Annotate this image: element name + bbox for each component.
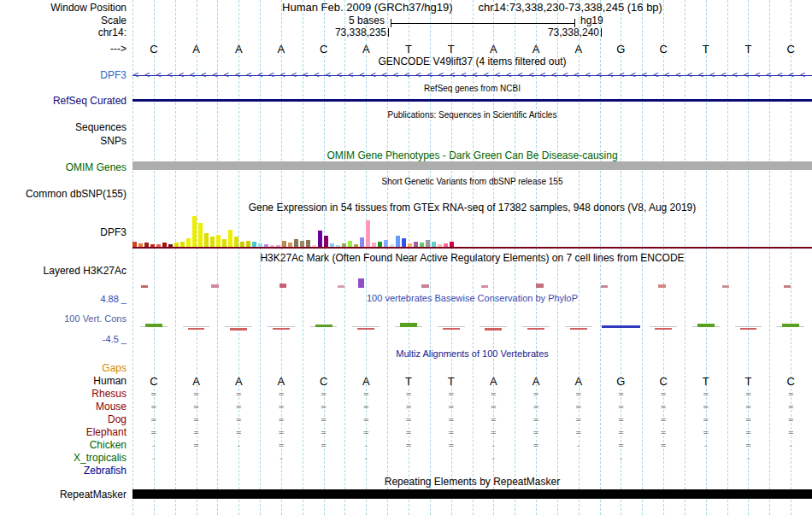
gtex-bar: [198, 223, 203, 247]
h3k27ac-signal[interactable]: [132, 274, 812, 288]
alignment-mark: [303, 452, 345, 465]
gtex-bar: [138, 243, 143, 247]
alignment-mark: =: [642, 401, 685, 413]
multiz-row-gaps[interactable]: [132, 362, 812, 375]
refseq-gene-bar[interactable]: [132, 99, 812, 102]
h3k27ac-label[interactable]: Layered H3K27Ac: [0, 265, 127, 277]
repeatmasker-bar[interactable]: [132, 489, 812, 499]
alignment-mark: =: [642, 439, 685, 452]
refseq-track-title: RefSeq genes from NCBI: [132, 83, 812, 94]
alignment-mark: =: [175, 439, 218, 452]
sequence-base: A: [175, 43, 218, 56]
alignment-base: A: [175, 375, 218, 388]
omim-gene-bar[interactable]: [132, 161, 812, 170]
multiz-row-chicken[interactable]: -=-==-==-=-==-=-: [132, 439, 812, 452]
gtex-gene-label[interactable]: DPF3: [0, 226, 127, 238]
publications-snps-label[interactable]: SNPs: [0, 135, 127, 147]
gtex-bar: [300, 241, 304, 247]
alignment-mark: -: [727, 452, 770, 465]
multiz-species-chicken[interactable]: Chicken: [0, 439, 127, 452]
alignment-mark: [727, 362, 770, 375]
publications-sequences-label[interactable]: Sequences: [0, 121, 127, 133]
gencode-gene-label[interactable]: DPF3: [0, 69, 127, 81]
alignment-mark: =: [515, 401, 557, 413]
alignment-mark: =: [430, 401, 473, 413]
alignment-mark: [557, 362, 600, 375]
multiz-row-elephant[interactable]: ================: [132, 426, 812, 439]
refseq-label[interactable]: RefSeq Curated: [0, 95, 127, 107]
conservation-wiggle[interactable]: [132, 316, 812, 338]
alignment-mark: -: [260, 452, 303, 465]
alignment-mark: [217, 362, 260, 375]
gtex-expression-chart[interactable]: [132, 214, 812, 247]
conservation-mark: [357, 328, 374, 330]
multiz-row-rhesus[interactable]: ================: [132, 388, 812, 401]
alignment-mark: =: [132, 401, 175, 413]
multiz-row-mouse[interactable]: ================: [132, 401, 812, 413]
alignment-base: A: [217, 375, 260, 388]
alignment-mark: =: [727, 401, 770, 413]
alignment-mark: =: [217, 388, 260, 401]
alignment-mark: =: [344, 401, 387, 413]
position-title: chr14:73,338,230-73,338,245 (16 bp): [479, 2, 662, 13]
multiz-row-dog[interactable]: ================: [132, 413, 812, 426]
alignment-mark: -: [217, 439, 260, 452]
alignment-mark: [727, 465, 770, 477]
alignment-mark: [769, 362, 812, 375]
scale-value: 5 bases: [282, 15, 385, 26]
alignment-base: C: [132, 375, 175, 388]
conservation-cell: [473, 316, 515, 338]
alignment-mark: =: [473, 401, 515, 413]
alignment-mark: =: [303, 401, 345, 413]
alignment-mark: [769, 452, 812, 465]
conservation-cell: [132, 316, 175, 338]
conservation-mark: [315, 325, 332, 327]
conservation-cell: [430, 316, 473, 338]
sequence-base: A: [515, 43, 557, 56]
multiz-species-zebrafish[interactable]: Zebrafish: [0, 465, 127, 477]
alignment-mark: =: [303, 439, 345, 452]
alignment-mark: =: [727, 388, 770, 401]
alignment-mark: =: [685, 388, 727, 401]
window-title: Human Feb. 2009 (GRCh37/hg19) chr14:73,3…: [132, 2, 812, 13]
multiz-species-human[interactable]: Human: [0, 375, 127, 388]
alignment-mark: =: [685, 426, 727, 439]
alignment-mark: [515, 452, 557, 465]
alignment-base: T: [430, 375, 473, 388]
h3k27ac-mark: [784, 285, 791, 288]
multiz-row-x_tropicalis[interactable]: ------: [132, 452, 812, 465]
alignment-mark: -: [344, 452, 387, 465]
multiz-species-rhesus[interactable]: Rhesus: [0, 388, 127, 401]
alignment-mark: -: [600, 452, 643, 465]
conservation-mark: [782, 324, 799, 327]
gencode-strand-arrows[interactable]: <<<<<<<<<<<<<<<<<<<<<<<<<<<<<<<<<<<<<<<<…: [133, 69, 812, 80]
alignment-mark: [642, 452, 685, 465]
genome-browser: Window Position Human Feb. 2009 (GRCh37/…: [0, 0, 812, 515]
omim-genes-label[interactable]: OMIM Genes: [0, 161, 127, 173]
multiz-species-dog[interactable]: Dog: [0, 413, 127, 426]
publications-track-title: Publications: Sequences in Scientific Ar…: [132, 109, 812, 120]
alignment-mark: [175, 362, 218, 375]
multiz-row-human[interactable]: CAAACATTAAAGCTTC: [132, 375, 812, 388]
alignment-base: T: [685, 375, 727, 388]
conservation-cell: [685, 316, 727, 338]
scale-label: Scale: [0, 15, 127, 26]
conservation-label[interactable]: 100 Vert. Cons: [0, 313, 127, 325]
multiz-species-elephant[interactable]: Elephant: [0, 426, 127, 439]
alignment-mark: =: [600, 388, 643, 401]
alignment-mark: =: [430, 439, 473, 452]
alignment-mark: =: [642, 388, 685, 401]
alignment-mark: =: [217, 426, 260, 439]
multiz-species-x_tropicalis[interactable]: X_tropicalis: [0, 452, 127, 465]
multiz-species-gaps[interactable]: Gaps: [0, 362, 127, 375]
repeatmasker-label[interactable]: RepeatMasker: [0, 489, 127, 500]
conservation-min-label: -4.5 _: [0, 333, 127, 345]
sequence-base: C: [642, 43, 685, 56]
gtex-bar: [450, 242, 454, 247]
sequence-base: A: [260, 43, 303, 56]
alignment-mark: [642, 362, 685, 375]
h3k27ac-mark: [421, 284, 429, 288]
multiz-species-mouse[interactable]: Mouse: [0, 401, 127, 413]
dbsnp-label[interactable]: Common dbSNP(155): [0, 188, 127, 200]
gtex-bar: [318, 231, 322, 247]
